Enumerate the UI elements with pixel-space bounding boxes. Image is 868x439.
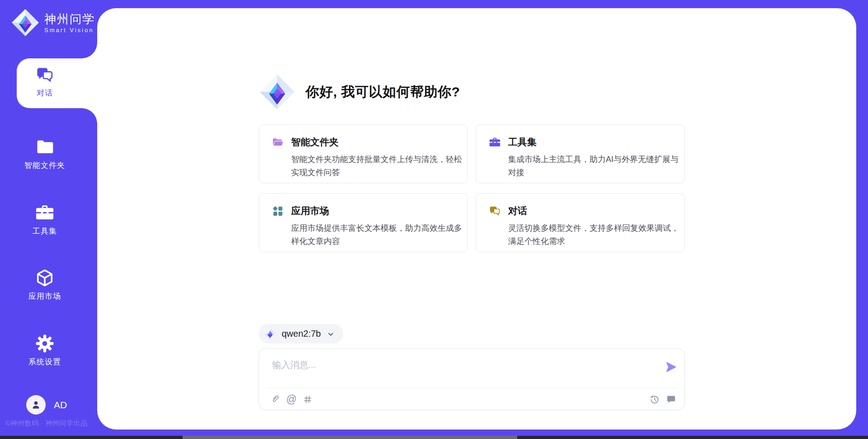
composer-toolbar-left: @ bbox=[270, 388, 313, 410]
sidebar-item-toolset[interactable]: 工具集 bbox=[0, 203, 90, 236]
sidebar-footer: ©神州数码 · 神州问学出品 bbox=[5, 419, 96, 428]
chat-bubbles-icon bbox=[489, 205, 501, 217]
composer-divider bbox=[266, 388, 678, 388]
card-description: 灵活切换多模型文件，支持多样回复效果调试，满足个性化需求 bbox=[508, 222, 681, 248]
sidebar-item-chat[interactable]: 对话 bbox=[0, 66, 90, 98]
sidebar-item-label: 系统设置 bbox=[28, 357, 61, 367]
folder-icon bbox=[35, 137, 55, 157]
card-chat[interactable]: 对话 灵活切换多模型文件，支持多样回复效果调试，满足个性化需求 bbox=[476, 193, 685, 252]
assistant-gem-icon bbox=[259, 73, 296, 110]
card-title: 智能文件夹 bbox=[291, 136, 339, 148]
card-title: 工具集 bbox=[508, 136, 537, 148]
sidebar-item-smart-folder[interactable]: 智能文件夹 bbox=[0, 137, 90, 171]
horizontal-scrollbar-track[interactable] bbox=[0, 436, 868, 439]
gear-icon bbox=[35, 334, 55, 353]
message-input[interactable] bbox=[271, 355, 653, 374]
model-name: qwen2:7b bbox=[282, 329, 321, 339]
model-selector[interactable]: qwen2:7b bbox=[259, 324, 343, 344]
feedback-chat-icon[interactable] bbox=[666, 394, 676, 405]
person-icon bbox=[30, 399, 42, 410]
active-tab-fillet-bottom bbox=[82, 108, 97, 124]
card-smart-folder[interactable]: 智能文件夹 智能文件夹功能支持批量文件上传与清洗，轻松实现文件问答 bbox=[259, 124, 468, 183]
user-profile[interactable]: AD bbox=[26, 395, 67, 415]
folder-open-icon bbox=[272, 136, 284, 148]
model-gem-icon bbox=[264, 328, 276, 340]
briefcase-icon bbox=[489, 136, 501, 148]
sidebar-item-app-market[interactable]: 应用市场 bbox=[0, 268, 90, 301]
mention-icon[interactable]: @ bbox=[286, 394, 297, 405]
app-screen: 神州问学 Smart Vision 对话 智能文件夹 bbox=[0, 0, 868, 439]
card-title: 对话 bbox=[508, 205, 527, 217]
cube-icon bbox=[35, 268, 55, 288]
card-title: 应用市场 bbox=[291, 205, 329, 217]
chat-bubbles-icon bbox=[35, 66, 54, 85]
message-composer: @ bbox=[259, 348, 685, 410]
composer-toolbar-right bbox=[649, 388, 676, 410]
send-icon bbox=[665, 361, 677, 373]
brand-subtitle: Smart Vision bbox=[44, 27, 95, 33]
send-button[interactable] bbox=[665, 361, 677, 373]
brand-gem-icon bbox=[11, 8, 40, 37]
app-grid-icon bbox=[272, 205, 284, 217]
avatar[interactable] bbox=[26, 395, 46, 415]
sidebar-item-label: 智能文件夹 bbox=[24, 160, 65, 171]
history-icon[interactable] bbox=[649, 394, 660, 405]
sidebar-item-settings[interactable]: 系统设置 bbox=[0, 334, 90, 367]
greeting-text: 你好, 我可以如何帮助你? bbox=[306, 83, 460, 101]
feature-cards: 智能文件夹 智能文件夹功能支持批量文件上传与清洗，轻松实现文件问答 bbox=[259, 124, 685, 252]
card-description: 智能文件夹功能支持批量文件上传与清洗，轻松实现文件问答 bbox=[291, 153, 464, 179]
sidebar-item-label: 工具集 bbox=[33, 226, 57, 236]
brand-logo: 神州问学 Smart Vision bbox=[11, 8, 95, 37]
briefcase-icon bbox=[35, 203, 55, 223]
attachment-icon[interactable] bbox=[270, 394, 280, 405]
card-description: 应用市场提供丰富长文本模板，助力高效生成多样化文章内容 bbox=[291, 222, 464, 248]
greeting: 你好, 我可以如何帮助你? bbox=[259, 73, 460, 110]
active-tab-fillet-top bbox=[82, 43, 97, 58]
brand-title: 神州问学 bbox=[44, 12, 95, 26]
main-panel: 你好, 我可以如何帮助你? 智能文件夹 智能文件夹功能支持批量文件上传与清洗，轻… bbox=[97, 8, 856, 429]
user-name: AD bbox=[54, 400, 67, 410]
horizontal-scrollbar-thumb[interactable] bbox=[183, 436, 517, 439]
chevron-down-icon bbox=[326, 330, 335, 339]
hashtag-icon[interactable] bbox=[302, 394, 313, 405]
sidebar-item-label: 对话 bbox=[37, 88, 53, 98]
card-toolset[interactable]: 工具集 集成市场上主流工具，助力AI与外界无缝扩展与对接 bbox=[476, 124, 685, 183]
card-description: 集成市场上主流工具，助力AI与外界无缝扩展与对接 bbox=[508, 153, 681, 179]
card-app-market[interactable]: 应用市场 应用市场提供丰富长文本模板，助力高效生成多样化文章内容 bbox=[259, 193, 468, 252]
sidebar-item-label: 应用市场 bbox=[28, 291, 61, 301]
